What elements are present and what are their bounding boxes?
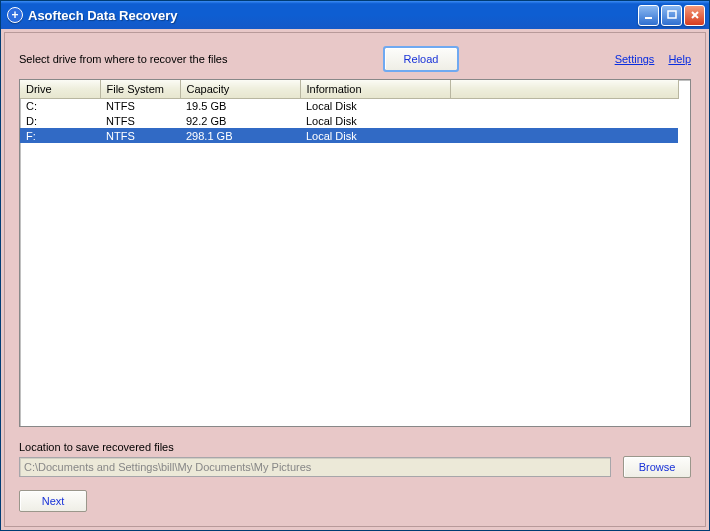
bottom-panel: Location to save recovered files Browse … bbox=[19, 441, 691, 512]
cell-capacity: 19.5 GB bbox=[180, 98, 300, 113]
table-row[interactable]: D:NTFS92.2 GBLocal Disk bbox=[20, 113, 678, 128]
table-row[interactable]: C:NTFS19.5 GBLocal Disk bbox=[20, 98, 678, 113]
table-row[interactable]: F:NTFS298.1 GBLocal Disk bbox=[20, 128, 678, 143]
cell-fs: NTFS bbox=[100, 98, 180, 113]
top-links: Settings Help bbox=[615, 53, 691, 65]
cell-drive: D: bbox=[20, 113, 100, 128]
close-button[interactable] bbox=[684, 5, 705, 26]
cell-info: Local Disk bbox=[300, 113, 450, 128]
cell-empty bbox=[450, 113, 678, 128]
maximize-button[interactable] bbox=[661, 5, 682, 26]
help-link[interactable]: Help bbox=[668, 53, 691, 65]
cell-drive: F: bbox=[20, 128, 100, 143]
location-input[interactable] bbox=[19, 457, 611, 477]
cell-capacity: 92.2 GB bbox=[180, 113, 300, 128]
drive-list[interactable]: Drive File System Capacity Information C… bbox=[19, 79, 691, 427]
col-header-information[interactable]: Information bbox=[300, 80, 450, 98]
minimize-button[interactable] bbox=[638, 5, 659, 26]
top-row: Select drive from where to recover the f… bbox=[19, 47, 691, 71]
settings-link[interactable]: Settings bbox=[615, 53, 655, 65]
next-button[interactable]: Next bbox=[19, 490, 87, 512]
cell-info: Local Disk bbox=[300, 128, 450, 143]
cell-drive: C: bbox=[20, 98, 100, 113]
titlebar[interactable]: + Asoftech Data Recovery bbox=[1, 1, 709, 29]
svg-rect-1 bbox=[668, 11, 676, 18]
cell-empty bbox=[450, 128, 678, 143]
svg-rect-0 bbox=[645, 17, 652, 19]
cell-empty bbox=[450, 98, 678, 113]
app-icon: + bbox=[7, 7, 23, 23]
cell-info: Local Disk bbox=[300, 98, 450, 113]
col-header-filesystem[interactable]: File System bbox=[100, 80, 180, 98]
location-label: Location to save recovered files bbox=[19, 441, 691, 453]
browse-button[interactable]: Browse bbox=[623, 456, 691, 478]
cell-fs: NTFS bbox=[100, 128, 180, 143]
reload-button[interactable]: Reload bbox=[384, 47, 458, 71]
client-area: Select drive from where to recover the f… bbox=[4, 32, 706, 527]
window-controls bbox=[638, 5, 705, 26]
prompt-label: Select drive from where to recover the f… bbox=[19, 53, 227, 65]
cell-fs: NTFS bbox=[100, 113, 180, 128]
drive-table: Drive File System Capacity Information C… bbox=[20, 80, 679, 143]
col-header-capacity[interactable]: Capacity bbox=[180, 80, 300, 98]
col-header-empty[interactable] bbox=[450, 80, 678, 98]
cell-capacity: 298.1 GB bbox=[180, 128, 300, 143]
window-title: Asoftech Data Recovery bbox=[28, 8, 638, 23]
app-window: + Asoftech Data Recovery Select drive fr… bbox=[0, 0, 710, 531]
col-header-drive[interactable]: Drive bbox=[20, 80, 100, 98]
